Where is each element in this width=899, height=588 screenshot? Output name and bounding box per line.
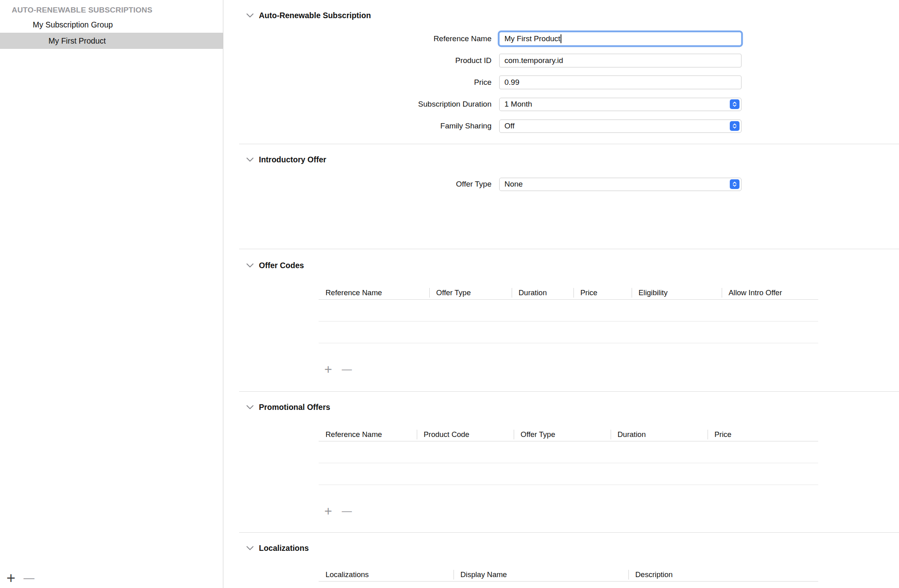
storekit-config-window: AUTO-RENEWABLE SUBSCRIPTIONS My Subscrip… — [0, 0, 899, 588]
promotional-offers-controls: + — — [324, 504, 899, 518]
column-header: Localizations — [319, 570, 454, 579]
form-row: Product ID com.temporary.id — [223, 50, 899, 71]
subscription-duration-select[interactable]: 1 Month — [499, 98, 741, 111]
section-divider — [239, 144, 899, 144]
column-header: Reference Name — [319, 430, 417, 439]
form-row: Family Sharing Off — [223, 115, 899, 137]
section-header: Introductory Offer — [223, 154, 899, 165]
sidebar-item-label: My Subscription Group — [33, 20, 113, 29]
pane-splitter[interactable] — [223, 0, 224, 588]
column-header: Reference Name — [319, 288, 429, 297]
section-title: Auto-Renewable Subscription — [259, 11, 371, 20]
popup-arrows-icon — [730, 179, 739, 189]
chevron-down-icon[interactable] — [246, 263, 254, 268]
column-header: Product Code — [417, 430, 514, 439]
table-header-row: Reference Name Product Code Offer Type D… — [319, 428, 818, 441]
offer-type-select[interactable]: None — [499, 178, 741, 191]
subscription-form: Reference Name My First Product Product … — [223, 28, 899, 137]
sidebar-section-header: AUTO-RENEWABLE SUBSCRIPTIONS — [0, 4, 223, 17]
reference-name-input[interactable]: My First Product — [499, 32, 741, 46]
sidebar-add-button[interactable]: + — [6, 570, 15, 586]
column-header: Description — [628, 570, 818, 579]
offer-type-label: Offer Type — [223, 180, 492, 189]
chevron-down-icon[interactable] — [246, 158, 254, 162]
subscription-duration-label: Subscription Duration — [223, 100, 492, 109]
section-title: Localizations — [259, 544, 309, 553]
product-id-input[interactable]: com.temporary.id — [499, 54, 741, 67]
offer-codes-controls: + — — [324, 362, 899, 376]
section-localizations: Localizations Localizations Display Name… — [223, 542, 899, 582]
column-header: Offer Type — [429, 288, 512, 297]
offer-codes-table: Reference Name Offer Type Duration Price… — [319, 286, 818, 343]
table-header-row: Localizations Display Name Description — [319, 568, 818, 582]
add-row-button[interactable]: + — [324, 363, 332, 376]
empty-table-row — [319, 441, 818, 463]
popup-arrows-icon — [730, 99, 739, 109]
subscription-duration-value: 1 Month — [504, 100, 532, 109]
chevron-down-icon[interactable] — [246, 13, 254, 18]
family-sharing-value: Off — [504, 122, 515, 130]
column-header: Offer Type — [514, 430, 611, 439]
sidebar-item-subscription-group[interactable]: My Subscription Group — [0, 17, 223, 33]
product-id-label: Product ID — [223, 56, 492, 65]
product-id-value: com.temporary.id — [504, 56, 563, 65]
sidebar-footer-controls: + — — [0, 568, 34, 588]
empty-table-row — [319, 300, 818, 321]
price-label: Price — [223, 78, 492, 87]
section-promotional-offers: Promotional Offers Reference Name Produc… — [223, 401, 899, 518]
remove-row-button[interactable]: — — [342, 506, 352, 516]
section-title: Introductory Offer — [259, 155, 326, 164]
column-header: Duration — [611, 430, 708, 439]
section-header: Localizations — [223, 542, 899, 554]
column-header: Duration — [512, 288, 573, 297]
section-header: Offer Codes — [223, 260, 899, 271]
section-title: Offer Codes — [259, 261, 304, 270]
remove-row-button[interactable]: — — [342, 364, 352, 374]
sidebar: AUTO-RENEWABLE SUBSCRIPTIONS My Subscrip… — [0, 0, 223, 588]
column-header: Price — [708, 430, 818, 439]
localizations-table: Localizations Display Name Description — [319, 568, 818, 582]
section-header: Auto-Renewable Subscription — [223, 10, 899, 21]
offer-type-value: None — [504, 180, 523, 189]
column-header: Price — [573, 288, 632, 297]
form-row: Offer Type None — [223, 173, 899, 195]
section-divider — [239, 249, 899, 249]
detail-pane: Auto-Renewable Subscription Reference Na… — [223, 0, 899, 588]
sidebar-item-label: My First Product — [48, 36, 106, 45]
table-header-row: Reference Name Offer Type Duration Price… — [319, 286, 818, 300]
price-value: 0.99 — [504, 78, 519, 87]
promotional-offers-table: Reference Name Product Code Offer Type D… — [319, 428, 818, 485]
chevron-down-icon[interactable] — [246, 546, 254, 550]
section-offer-codes: Offer Codes Reference Name Offer Type Du… — [223, 260, 899, 376]
family-sharing-label: Family Sharing — [223, 122, 492, 130]
section-divider — [239, 391, 899, 392]
section-introductory-offer: Introductory Offer Offer Type None — [223, 154, 899, 195]
popup-arrows-icon — [730, 121, 739, 131]
column-header: Allow Intro Offer — [722, 288, 818, 297]
section-title: Promotional Offers — [259, 403, 330, 412]
price-input[interactable]: 0.99 — [499, 76, 741, 89]
section-header: Promotional Offers — [223, 401, 899, 413]
sidebar-remove-button[interactable]: — — [23, 573, 34, 584]
section-divider — [239, 532, 899, 533]
empty-table-row — [319, 463, 818, 485]
form-row: Subscription Duration 1 Month — [223, 93, 899, 115]
empty-table-row — [319, 321, 818, 343]
column-header: Display Name — [454, 570, 628, 579]
family-sharing-select[interactable]: Off — [499, 120, 741, 133]
reference-name-label: Reference Name — [223, 34, 492, 43]
section-auto-renewable-subscription: Auto-Renewable Subscription Reference Na… — [223, 0, 899, 137]
form-row: Reference Name My First Product — [223, 28, 899, 50]
add-row-button[interactable]: + — [324, 504, 332, 518]
column-header: Eligibility — [632, 288, 722, 297]
form-row: Price 0.99 — [223, 71, 899, 93]
text-caret — [561, 34, 561, 43]
chevron-down-icon[interactable] — [246, 405, 254, 410]
sidebar-item-my-first-product[interactable]: My First Product — [0, 33, 223, 49]
reference-name-value: My First Product — [504, 34, 560, 43]
